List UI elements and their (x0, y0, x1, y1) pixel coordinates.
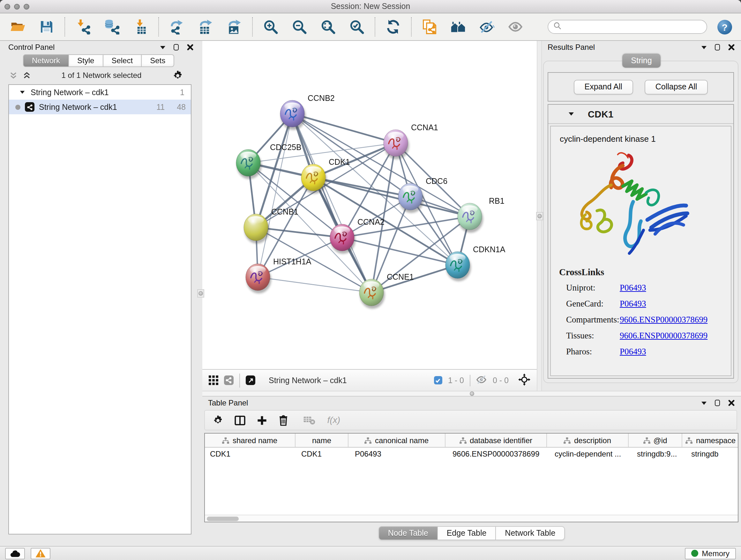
network-row-selected[interactable]: String Network – cdk1 11 48 (9, 100, 191, 114)
zoom-out-button[interactable] (291, 18, 308, 35)
network-edge-cdkn1a-ccne1[interactable] (372, 265, 458, 293)
column-header-id[interactable]: @id (629, 434, 682, 447)
warning-status-button[interactable] (30, 548, 51, 559)
table-cell-shared-name[interactable]: CDK1 (205, 449, 296, 458)
open-session-button[interactable] (10, 18, 26, 35)
panel-float-menu-icon[interactable] (160, 46, 165, 49)
node-label-ccnb1[interactable]: CCNB1 (271, 207, 298, 216)
network-node-ccna2[interactable] (330, 224, 355, 254)
pharos-link[interactable]: P06493 (620, 347, 646, 357)
network-collection-row[interactable]: String Network – cdk1 1 (9, 85, 191, 100)
splitter-handle[interactable] (536, 212, 543, 220)
network-node-hist1h1a[interactable] (246, 264, 271, 294)
node-label-cdc25b[interactable]: CDC25B (270, 143, 301, 152)
tab-sets[interactable]: Sets (142, 54, 174, 67)
column-header-namespace[interactable]: namespace (682, 434, 738, 447)
tab-network-table[interactable]: Network Table (496, 526, 565, 540)
apply-preferred-layout-button[interactable] (385, 18, 401, 35)
network-edge-ccna2-cdkn1a[interactable] (342, 238, 458, 265)
tab-edge-table[interactable]: Edge Table (438, 526, 496, 540)
zoom-fit-button[interactable] (320, 18, 336, 35)
network-edge-hist1h1a-ccne1[interactable] (258, 277, 372, 293)
tab-node-table[interactable]: Node Table (379, 526, 438, 540)
network-node-cdc25b[interactable] (236, 149, 262, 179)
table-cell-namespace[interactable]: stringdb (686, 449, 738, 458)
first-neighbors-button[interactable] (450, 18, 467, 35)
zoom-in-button[interactable] (262, 18, 279, 35)
control-network-splitter[interactable] (200, 41, 202, 546)
network-node-ccnb2[interactable] (280, 100, 306, 130)
panel-float-menu-icon[interactable] (701, 401, 706, 405)
panel-float-icon[interactable] (715, 400, 720, 406)
table-horizontal-scrollbar[interactable] (205, 515, 738, 522)
network-results-splitter[interactable] (537, 41, 542, 391)
export-image-button[interactable] (226, 18, 243, 35)
section-collapse-icon[interactable] (569, 112, 574, 116)
node-label-cdkn1a[interactable]: CDKN1A (473, 245, 506, 254)
table-cell-name[interactable]: CDK1 (296, 449, 350, 458)
compartments-link[interactable]: 9606.ENSP00000378699 (620, 315, 708, 325)
network-node-rb1[interactable] (458, 203, 483, 233)
table-row[interactable]: CDK1CDK1P064939606.ENSP00000378699cyclin… (205, 448, 738, 460)
tab-string[interactable]: String (622, 54, 661, 68)
table-options-gear-icon[interactable] (212, 415, 223, 426)
new-network-from-selection-button[interactable] (421, 18, 438, 35)
show-all-button[interactable] (508, 18, 524, 35)
table-cell-canonical-name[interactable]: P06493 (350, 449, 448, 458)
search-field[interactable] (548, 20, 707, 34)
node-section-header[interactable]: CDK1 (548, 105, 733, 124)
detach-view-icon[interactable] (246, 375, 255, 385)
genecard-link[interactable]: P06493 (620, 299, 646, 309)
node-label-ccnb2[interactable]: CCNB2 (308, 94, 335, 103)
panel-float-icon[interactable] (174, 44, 179, 51)
import-network-from-database-button[interactable] (104, 18, 120, 35)
node-label-ccne1[interactable]: CCNE1 (387, 272, 414, 281)
network-node-ccna1[interactable] (384, 130, 409, 159)
save-session-button[interactable] (38, 18, 55, 35)
network-node-cdk1[interactable] (301, 164, 327, 194)
splitter-handle[interactable] (469, 391, 474, 396)
node-label-ccna2[interactable]: CCNA2 (357, 217, 385, 226)
node-label-ccna1[interactable]: CCNA1 (411, 123, 438, 132)
selected-items-checkbox[interactable] (434, 376, 442, 384)
panel-close-icon[interactable] (187, 44, 193, 51)
column-header-name[interactable]: name (295, 434, 348, 447)
node-label-rb1[interactable]: RB1 (489, 196, 504, 205)
collapse-all-networks-icon[interactable] (10, 71, 17, 79)
delete-column-trash-icon[interactable] (278, 415, 288, 426)
import-network-from-file-button[interactable] (75, 18, 91, 35)
scrollbar-thumb[interactable] (207, 516, 239, 521)
panel-close-icon[interactable] (728, 400, 735, 406)
expand-all-button[interactable]: Expand All (574, 79, 633, 94)
node-label-cdc6[interactable]: CDC6 (426, 177, 448, 186)
table-cell-id[interactable]: stringdb:9... (632, 449, 686, 458)
zoom-selected-button[interactable] (348, 18, 365, 35)
node-label-cdk1[interactable]: CDK1 (329, 158, 350, 166)
network-options-gear-icon[interactable] (172, 70, 183, 81)
tab-select[interactable]: Select (103, 54, 142, 67)
collapse-all-button[interactable]: Collapse All (645, 79, 708, 94)
node-label-hist1h1a[interactable]: HIST1H1A (273, 257, 312, 266)
hide-selected-button[interactable] (479, 18, 495, 35)
collection-expand-icon[interactable] (20, 91, 24, 94)
splitter-handle[interactable] (197, 289, 204, 298)
birds-eye-toggle-icon[interactable] (518, 373, 530, 387)
uniprot-link[interactable]: P06493 (620, 283, 646, 293)
network-canvas[interactable]: CCNB2CCNA1CDC25BCDK1CDC6RB1CCNB1CCNA2CDK… (202, 41, 537, 369)
tab-network[interactable]: Network (23, 54, 69, 67)
import-table-from-file-button[interactable] (132, 18, 149, 35)
help-button[interactable]: ? (718, 19, 732, 34)
column-header-canonical-name[interactable]: canonical name (348, 434, 446, 447)
network-table-splitter[interactable] (202, 391, 741, 396)
create-column-icon[interactable] (257, 415, 267, 426)
column-header-shared-name[interactable]: shared name (205, 434, 295, 447)
cloud-status-button[interactable] (5, 548, 25, 559)
expand-all-networks-icon[interactable] (23, 71, 30, 79)
tissues-link[interactable]: 9606.ENSP00000378699 (620, 331, 708, 341)
network-edge-ccnb2-hist1h1a[interactable] (258, 114, 292, 277)
export-table-button[interactable] (197, 18, 214, 35)
column-header-database-identifier[interactable]: database identifier (446, 434, 547, 447)
table-cell-description[interactable]: cyclin-dependent ... (549, 449, 632, 458)
panel-close-icon[interactable] (728, 44, 735, 51)
memory-button[interactable]: Memory (684, 548, 736, 559)
